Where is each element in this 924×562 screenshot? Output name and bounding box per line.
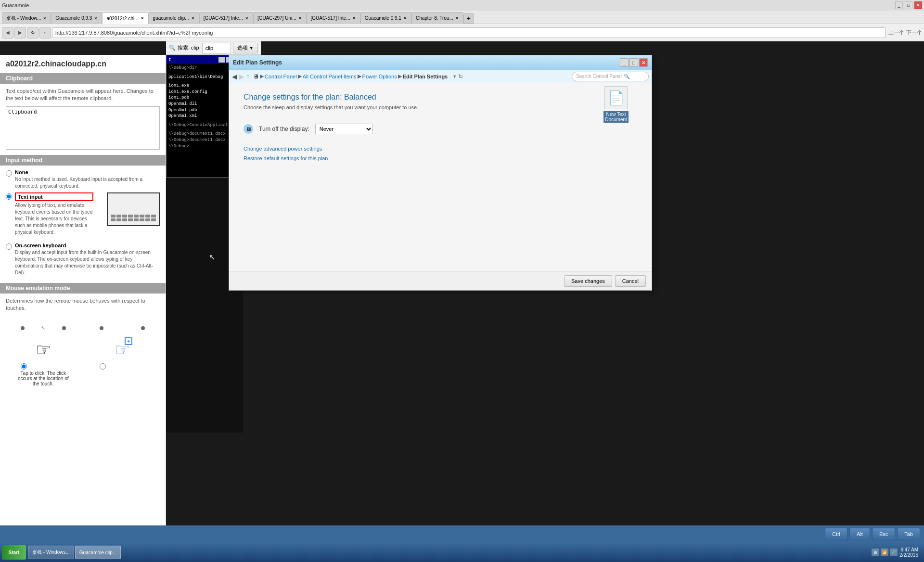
input-none-radio[interactable] [6,170,12,177]
clipboard-textarea[interactable]: Clipboard [6,106,160,150]
new-tab-btn[interactable]: + [463,13,474,24]
dialog-titlebar: Edit Plan Settings _ □ ✕ [229,55,652,70]
tab-1[interactable]: Guacamole 0.9.3 ✕ [51,12,102,24]
back-nav-btn[interactable]: ◀ [232,73,237,80]
sidebar-title: a02012r2.chinacloudapp.cn [0,55,166,73]
click-indicator: ✦ [125,337,132,345]
tab-close-0[interactable]: ✕ [43,16,47,21]
nav-refresh-btn[interactable]: ↻ [458,73,463,80]
change-advanced-link[interactable]: Change advanced power settings [244,146,637,152]
edit-plan-dialog: Edit Plan Settings _ □ ✕ ◀ ▶ ↑ 🖥 ▶ Contr… [229,55,652,291]
monitor-icon: 🖥 [246,126,251,132]
dialog-restore-btn[interactable]: □ [629,58,638,67]
taskbar-item-0[interactable]: 桌机 - Windows... [28,546,74,559]
key-14 [140,218,144,221]
minimize-btn[interactable]: _ [895,1,903,9]
tab-3[interactable]: guacamole clip... ✕ [149,12,199,24]
keyboard-bar: Ctrl Alt Esc Tab [0,525,924,543]
guac-search-input[interactable] [202,43,231,53]
guac-options-btn[interactable]: 选项 ▼ [233,43,258,53]
input-text-radio[interactable] [6,193,12,200]
mouse-mode-radio-1[interactable] [21,363,27,370]
key-15 [145,218,150,221]
tab-0[interactable]: 桌机 - Window... ✕ [2,12,51,24]
input-text-label: Text input [15,192,93,201]
doc-icon: 📄 [608,90,625,106]
mouse-icon-2: ☞ ✦ [96,322,149,370]
close-btn[interactable]: ✕ [914,1,922,9]
tab-close-7[interactable]: ✕ [403,16,407,21]
tab-close-8[interactable]: ✕ [455,16,459,21]
alt-key-btn[interactable]: Alt [849,528,870,540]
dialog-title-controls: _ □ ✕ [620,58,648,67]
key-8 [151,215,156,217]
key-10 [116,218,121,221]
forward-nav-btn[interactable]: ▶ [239,73,244,80]
home-button[interactable]: ⌂ [39,27,51,38]
maximize-btn[interactable]: □ [905,1,912,9]
display-select[interactable]: Never 1 minute 2 minutes 5 minutes 10 mi… [315,124,373,134]
guac-toolbar: 🔍 搜索: clip 选项 ▼ [166,41,261,55]
back-button[interactable]: ◀ [2,27,13,38]
up-nav-btn[interactable]: ↑ [246,73,249,80]
key-4 [128,215,133,217]
key-2 [116,215,121,217]
display-label: Turn off the display: [259,126,309,132]
cmd-minimize-btn[interactable]: _ [218,57,225,63]
search-icon: 🔍 [624,74,629,79]
hand-cursor-1: ☞ [36,340,51,360]
tab-close-5[interactable]: ✕ [298,16,302,21]
remote-area: t _ □ ✕ \\Debug>dir pplication1\bin\Debu… [166,55,924,562]
esc-key-btn[interactable]: Esc [872,528,895,540]
mouse-mode-content: Determines how the remote mouse behaves … [0,294,166,395]
restore-defaults-link[interactable]: Restore default settings for this plan [244,155,637,161]
tab-5[interactable]: [GUAC-297] Uni... ✕ [253,12,307,24]
input-none-desc: No input method is used. Keyboard input … [15,176,160,190]
dialog-minimize-btn[interactable]: _ [620,58,629,67]
input-method-content: None No input method is used. Keyboard i… [0,166,166,283]
forward-button[interactable]: ▶ [14,27,26,38]
tab-close-2[interactable]: ✕ [141,16,144,21]
setting-row-display: 🖥 Turn off the display: Never 1 minute 2… [244,120,637,138]
dot-marker-tl [21,326,25,330]
input-method-header: Input method [0,155,166,166]
breadcrumb-all-items[interactable]: All Control Panel Items [303,74,357,79]
input-onscreen-desc: Display and accept input from the built-… [15,249,160,276]
tab-close-3[interactable]: ✕ [191,16,195,21]
input-none-label: None [15,169,160,175]
start-button[interactable]: Start [2,545,26,560]
tab-key-btn[interactable]: Tab [897,528,920,540]
tab-4[interactable]: [GUAC-517] Inte... ✕ [199,12,253,24]
tray-icon-volume: 🔊 [890,549,898,556]
key-12 [128,218,133,221]
tab-close-6[interactable]: ✕ [352,16,356,21]
tab-6[interactable]: [GUAC-517] Inte... ✕ [307,12,360,24]
search-box[interactable]: Search Control Panel 🔍 [572,72,649,81]
tray-icon-monitor: 🖥 [872,549,879,556]
key-5 [134,215,139,217]
dialog-links: Change advanced power settings Restore d… [244,146,637,161]
input-onscreen-radio[interactable] [6,243,12,250]
save-changes-button[interactable]: Save changes [564,275,612,287]
key-1 [111,215,116,217]
taskbar-item-1[interactable]: Guacamole clip... [75,546,121,559]
input-none-option: None No input method is used. Keyboard i… [6,169,160,190]
breadcrumb-control-panel[interactable]: Control Panel [265,74,297,79]
tab-2[interactable]: a02012r2.chi... ✕ [102,13,148,24]
dialog-content: Change settings for the plan: Balanced C… [229,83,652,175]
refresh-button[interactable]: ↻ [27,27,38,38]
nav-dropdown-btn[interactable]: ▼ [452,74,457,79]
breadcrumb-power-options[interactable]: Power Options [362,74,397,79]
mouse-mode-desc: Determines how the remote mouse behaves … [6,297,160,312]
tab-close-4[interactable]: ✕ [245,16,249,21]
cancel-button[interactable]: Cancel [615,275,646,287]
dialog-close-btn[interactable]: ✕ [639,58,648,67]
tab-7[interactable]: Guacamole 0.9.1 ✕ [360,12,411,24]
ctrl-key-btn[interactable]: Ctrl [825,528,847,540]
tab-close-1[interactable]: ✕ [94,16,98,21]
mouse-mode-radio-2[interactable] [100,363,106,370]
new-text-document-icon[interactable]: 📄 New TextDocument [597,86,635,123]
address-bar[interactable]: http://139.217.9.87:8080/guacamole/clien… [52,27,886,38]
taskbar-right: 🖥 📶 🔊 6:47 AM 2/2/2015 [868,547,922,558]
tab-8[interactable]: Chapter 8. Trou... ✕ [411,12,463,24]
